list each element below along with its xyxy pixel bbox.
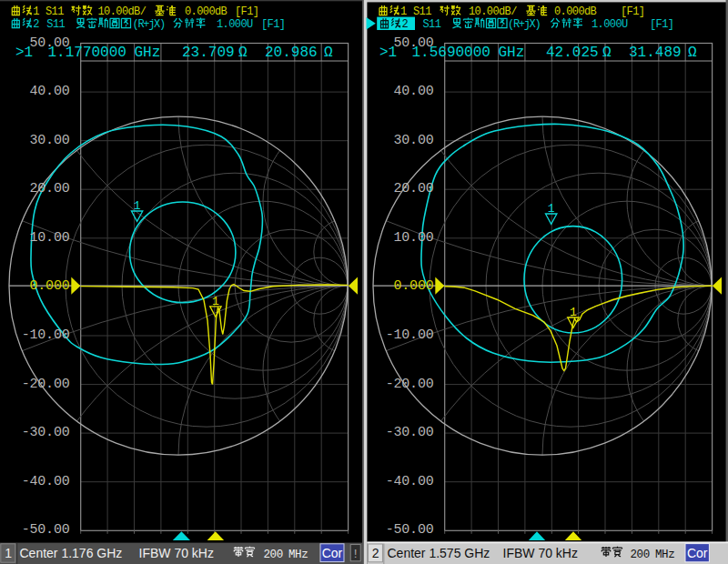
svg-text:2: 2	[402, 18, 409, 31]
svg-text:1: 1	[134, 199, 141, 213]
svg-text:Cor: Cor	[322, 546, 343, 560]
svg-text:30.00: 30.00	[393, 133, 433, 148]
svg-text:Ω: Ω	[324, 45, 333, 61]
svg-text:1.000U: 1.000U	[592, 18, 628, 31]
svg-text:200: 200	[264, 549, 283, 561]
svg-text:-10.00: -10.00	[22, 327, 70, 343]
svg-text:50.00: 50.00	[29, 35, 69, 51]
svg-text:Ω: Ω	[238, 45, 248, 61]
svg-text:10.00dB/: 10.00dB/	[469, 5, 517, 18]
svg-text:MHz: MHz	[655, 549, 674, 561]
svg-text:1.000U: 1.000U	[217, 18, 253, 31]
svg-text:31.489: 31.489	[629, 45, 682, 61]
svg-text:200: 200	[631, 549, 650, 561]
svg-text:-30.00: -30.00	[386, 425, 434, 440]
svg-text:IFBW 70 kHz: IFBW 70 kHz	[503, 546, 578, 560]
svg-text:0.000dB: 0.000dB	[554, 5, 597, 18]
svg-text:40.00: 40.00	[393, 84, 433, 99]
svg-text:[F1]: [F1]	[235, 5, 258, 18]
svg-text:Ω: Ω	[602, 45, 612, 61]
svg-text:0.000: 0.000	[393, 278, 433, 294]
svg-text:[F1]: [F1]	[621, 5, 644, 18]
svg-text:1: 1	[570, 306, 577, 319]
svg-text:GHz: GHz	[135, 45, 161, 61]
svg-text:50.00: 50.00	[393, 35, 433, 51]
svg-text:Center 1.575 GHz: Center 1.575 GHz	[388, 546, 490, 560]
svg-text:10.00: 10.00	[29, 230, 69, 246]
svg-text:-30.00: -30.00	[22, 425, 70, 440]
svg-text:S11: S11	[413, 5, 431, 18]
svg-text:2: 2	[33, 18, 39, 31]
svg-text:10.00: 10.00	[393, 230, 433, 246]
svg-text:-50.00: -50.00	[22, 522, 70, 538]
svg-text:0.000dB: 0.000dB	[185, 5, 228, 18]
svg-text:S11: S11	[46, 5, 64, 18]
svg-text:[F1]: [F1]	[650, 18, 673, 31]
svg-text:42.025: 42.025	[546, 45, 599, 61]
svg-text:(R+jX): (R+jX)	[508, 18, 541, 31]
svg-text:IFBW 70 kHz: IFBW 70 kHz	[139, 546, 214, 560]
svg-text:1: 1	[33, 5, 39, 18]
svg-text:-40.00: -40.00	[22, 474, 70, 489]
svg-text:1: 1	[548, 202, 555, 216]
svg-text:MHz: MHz	[288, 549, 308, 561]
svg-text:GHz: GHz	[499, 45, 525, 61]
svg-text:!: !	[352, 548, 359, 561]
svg-text:2: 2	[372, 546, 379, 560]
svg-text:Ω: Ω	[688, 45, 697, 61]
svg-text:20.00: 20.00	[29, 181, 69, 196]
svg-text:1: 1	[400, 5, 407, 18]
svg-text:0.000: 0.000	[29, 278, 69, 294]
svg-text:23.709: 23.709	[182, 45, 235, 61]
svg-text:20.986: 20.986	[265, 45, 318, 61]
svg-text:1: 1	[5, 546, 12, 560]
svg-text:S11: S11	[423, 18, 441, 31]
svg-text:1: 1	[212, 295, 219, 308]
svg-text:-10.00: -10.00	[386, 327, 434, 343]
svg-text:S11: S11	[46, 18, 65, 31]
svg-text:[F1]: [F1]	[261, 18, 285, 31]
svg-text:40.00: 40.00	[29, 84, 69, 99]
svg-text:-20.00: -20.00	[22, 377, 70, 392]
svg-text:Cor: Cor	[687, 546, 708, 560]
svg-text:10.00dB/: 10.00dB/	[98, 5, 147, 18]
svg-text:-50.00: -50.00	[386, 522, 434, 538]
svg-text:-20.00: -20.00	[386, 377, 434, 392]
svg-text:(R+jX): (R+jX)	[133, 18, 166, 31]
svg-text:20.00: 20.00	[393, 181, 433, 196]
svg-text:-40.00: -40.00	[386, 474, 434, 489]
svg-text:Center 1.176 GHz: Center 1.176 GHz	[20, 546, 123, 560]
svg-text:30.00: 30.00	[29, 133, 69, 148]
